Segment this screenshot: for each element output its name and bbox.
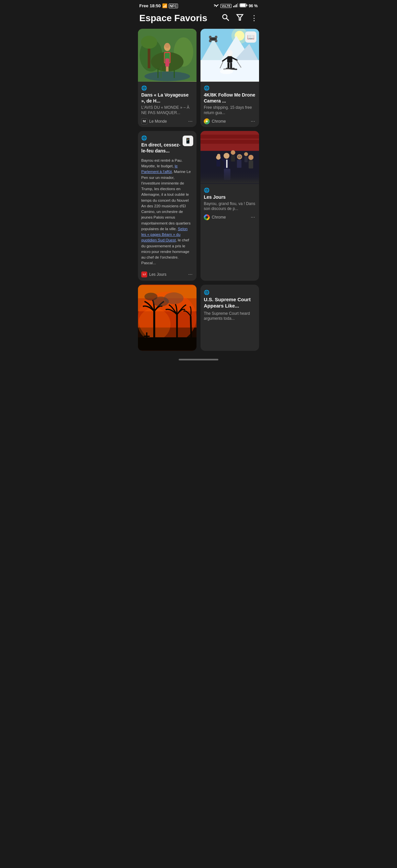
battery-icon <box>240 3 247 8</box>
svg-rect-60 <box>226 159 227 168</box>
svg-rect-64 <box>237 159 242 168</box>
card-body-2: 🌐 4K/8K Follow Me Drone Camera ... Free … <box>201 82 259 127</box>
signal-icon <box>233 3 238 8</box>
planet-icon-1: 🌐 <box>141 85 147 91</box>
link-parlement[interactable]: le Parlement à l'affût <box>141 164 178 174</box>
svg-point-1 <box>216 6 217 7</box>
svg-rect-26 <box>157 68 158 78</box>
svg-point-63 <box>237 154 242 159</box>
source-logo-chrome-2 <box>204 118 210 124</box>
card-les-jours-bayrou[interactable]: 🌐 Les Jours Bayrou, grand flou, va ! Dan… <box>201 131 259 281</box>
svg-rect-8 <box>240 4 245 7</box>
status-bar: Free 18:50 📶 NFC 7 VoLTE <box>134 0 263 10</box>
svg-point-37 <box>227 50 233 56</box>
card-footer-4: Chrome ··· <box>204 214 256 220</box>
time-label: 18:50 <box>150 3 160 8</box>
svg-point-18 <box>145 71 190 81</box>
phone-corner-badge: 📱 <box>183 135 193 146</box>
svg-point-58 <box>224 153 230 159</box>
svg-point-47 <box>220 69 233 74</box>
card-article-text: Bayrou est rentré a Pau. Mayotte, le bud… <box>141 158 193 266</box>
planet-icon-2: 🌐 <box>204 85 209 91</box>
bluetooth-icon: 📶 <box>162 3 167 8</box>
svg-point-68 <box>216 155 221 160</box>
svg-rect-75 <box>201 170 259 183</box>
card-more-3[interactable]: ··· <box>188 272 193 277</box>
link-pages-bearn[interactable]: Selon les « pages Béarn » du quotidien S… <box>141 227 188 242</box>
card-badge-4: 🌐 <box>204 187 209 193</box>
card-body-6: 🌐 U.S. Supreme Court Appears Like... The… <box>201 285 259 328</box>
svg-point-20 <box>165 43 170 48</box>
card-text-body-3: 🌐 En direct, cessez-le-feu dans... 📱 <box>138 131 196 158</box>
card-la-voyageuse[interactable]: 🌐 Dans « La Voyageuse », de H... L'AVIS … <box>138 29 196 127</box>
card-more-2[interactable]: ··· <box>250 118 256 124</box>
home-indicator <box>134 356 263 363</box>
card-subtitle-4: Bayrou, grand flou, va ! Dans son discou… <box>204 202 256 212</box>
svg-point-17 <box>141 36 157 49</box>
card-title-4: Les Jours <box>204 194 256 200</box>
source-logo-monde-1: M <box>141 118 147 124</box>
card-title-6: U.S. Supreme Court Appears Like... <box>204 296 256 309</box>
more-options-icon[interactable]: ⋮ <box>250 14 258 23</box>
status-right: 7 VoLTE 96 % <box>214 3 258 8</box>
card-badge-3: 🌐 <box>141 135 147 141</box>
card-badge-6: 🌐 <box>204 290 209 295</box>
card-badge-1: 🌐 <box>141 85 147 91</box>
svg-rect-4 <box>236 4 237 7</box>
card-image-fire <box>138 285 196 351</box>
svg-rect-43 <box>227 63 230 69</box>
card-badge-2: 🌐 <box>204 85 209 91</box>
battery-label: 96 % <box>249 4 258 8</box>
page-title: Espace Favoris <box>139 13 207 24</box>
card-fire[interactable] <box>138 285 196 351</box>
svg-line-10 <box>226 19 229 21</box>
card-cessez-le-feu[interactable]: 🌐 En direct, cessez-le-feu dans... 📱 Bay… <box>138 131 196 281</box>
svg-point-50 <box>215 36 217 38</box>
wifi-icon: 7 <box>214 3 219 8</box>
svg-rect-5 <box>237 3 238 7</box>
svg-rect-3 <box>235 5 236 7</box>
card-footer-3: LJ Les Jours ··· <box>138 272 196 281</box>
card-source-4: Chrome <box>204 214 226 220</box>
card-supreme-court[interactable]: 🌐 U.S. Supreme Court Appears Like... The… <box>201 285 259 351</box>
card-title-1: Dans « La Voyageuse », de H... <box>141 92 193 104</box>
header-actions: ⋮ <box>221 13 258 23</box>
source-name-1: Le Monde <box>149 119 167 124</box>
svg-point-89 <box>164 292 184 304</box>
card-source-3: LJ Les Jours <box>141 272 166 277</box>
card-footer-1: M Le Monde ··· <box>141 118 193 124</box>
svg-rect-7 <box>246 5 247 6</box>
card-more-4[interactable]: ··· <box>250 214 256 220</box>
card-image-politicians <box>201 131 259 184</box>
source-name-3: Les Jours <box>149 272 166 277</box>
card-subtitle-2: Free shipping. 15 days free return gua..… <box>204 105 256 115</box>
planet-icon-4: 🌐 <box>204 187 209 193</box>
volte-badge: VoLTE <box>220 4 231 8</box>
card-body-1: 🌐 Dans « La Voyageuse », de H... L'AVIS … <box>138 82 196 127</box>
card-subtitle-6: The Supreme Court heard arguments toda..… <box>204 311 256 321</box>
svg-rect-2 <box>233 6 234 7</box>
planet-icon-3: 🌐 <box>141 135 147 141</box>
filter-icon[interactable] <box>236 13 244 23</box>
search-icon[interactable] <box>221 13 229 23</box>
card-subtitle-1: L'AVIS DU « MONDE » – À NE PAS MANQUER..… <box>141 105 193 115</box>
page-header: Espace Favoris ⋮ <box>134 10 263 29</box>
card-title-3: En direct, cessez-le-feu dans... <box>141 142 183 154</box>
card-drone-camera[interactable]: 📖 🌐 4K/8K Follow Me Drone Camera ... Fre… <box>201 29 259 127</box>
home-indicator-bar <box>179 359 218 361</box>
card-image-woman <box>138 29 196 82</box>
svg-rect-56 <box>201 134 259 138</box>
cards-grid: 🌐 Dans « La Voyageuse », de H... L'AVIS … <box>134 29 263 356</box>
corner-badge-2: 📖 <box>245 31 256 43</box>
svg-point-51 <box>209 40 212 42</box>
svg-rect-38 <box>227 56 233 63</box>
svg-point-70 <box>248 155 254 160</box>
svg-rect-69 <box>216 160 220 166</box>
card-more-1[interactable]: ··· <box>188 118 193 124</box>
svg-rect-57 <box>201 140 259 144</box>
svg-point-72 <box>244 152 248 156</box>
status-left: Free 18:50 📶 NFC <box>139 3 178 8</box>
card-source-1: M Le Monde <box>141 118 167 124</box>
planet-icon-6: 🌐 <box>204 290 209 295</box>
card-text-content-3: Bayrou est rentré a Pau. Mayotte, le bud… <box>138 158 196 272</box>
